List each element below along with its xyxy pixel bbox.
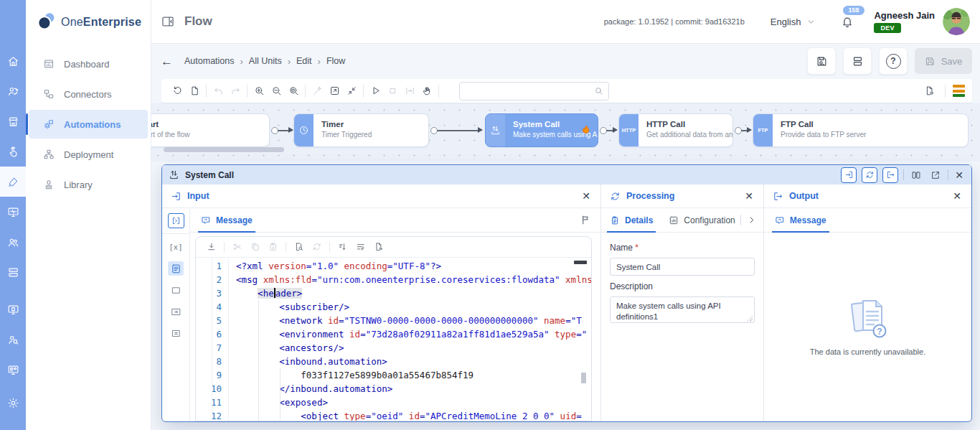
- tab-message-input[interactable]: Message: [199, 208, 254, 232]
- sidebar-item-connectors[interactable]: Connectors: [29, 80, 148, 108]
- code-line[interactable]: 9 f033f1127e5899b0a01a55467b854f19: [196, 368, 591, 382]
- sidebar-item-automations[interactable]: Automations: [29, 110, 148, 139]
- variables-view-icon[interactable]: [x]: [168, 240, 184, 254]
- rail-people-sync-icon[interactable]: [0, 76, 26, 106]
- breadcrumb-flow[interactable]: Flow: [326, 56, 345, 66]
- breadcrumb-edit[interactable]: Edit: [296, 56, 312, 66]
- restart-icon[interactable]: [169, 82, 186, 101]
- editor-scrollbar-thumb[interactable]: [581, 373, 586, 383]
- undo-icon[interactable]: [209, 82, 227, 101]
- payload-view-icon[interactable]: [168, 213, 184, 228]
- redo-icon[interactable]: [227, 82, 244, 101]
- layout-rows-button[interactable]: [843, 47, 872, 75]
- back-arrow-icon[interactable]: ←: [161, 55, 173, 67]
- paste-icon[interactable]: [264, 238, 282, 256]
- canvas-horizontal-scrollbar[interactable]: [164, 147, 284, 152]
- tab-configuration[interactable]: Configuration: [667, 208, 736, 232]
- toggle-output-button[interactable]: [882, 167, 898, 183]
- rail-brush-icon[interactable]: [0, 167, 26, 197]
- breadcrumb-automations[interactable]: Automations: [184, 56, 234, 66]
- code-line[interactable]: 1<?xml version="1.0" encoding="UTF-8"?>: [196, 259, 591, 273]
- save-as-button[interactable]: [807, 47, 836, 75]
- rail-monitor-pulse-icon[interactable]: [0, 197, 26, 227]
- sort-icon[interactable]: [334, 238, 352, 256]
- play-icon[interactable]: [367, 82, 384, 101]
- rail-monitor-grid-icon[interactable]: [0, 355, 26, 385]
- cut-icon[interactable]: [228, 238, 246, 256]
- close-panel-icon[interactable]: ✕: [953, 170, 965, 180]
- sidebar-item-library[interactable]: Library: [29, 170, 148, 199]
- hand-pan-icon[interactable]: [418, 82, 435, 101]
- sidebar-item-deployment[interactable]: Deployment: [29, 140, 148, 169]
- help-button[interactable]: ?: [879, 47, 908, 75]
- validate-file-icon[interactable]: [369, 238, 387, 256]
- rail-gear-icon[interactable]: [0, 388, 26, 418]
- flow-node-http[interactable]: HTTP HTTP Call Get additional data from …: [618, 113, 733, 147]
- notifications-button[interactable]: 158: [841, 15, 854, 28]
- rail-users-icon[interactable]: [0, 227, 26, 257]
- code-line[interactable]: 12 <object type="oeid" id="APCreditMemoL…: [196, 409, 591, 421]
- toggle-input-button[interactable]: [841, 167, 857, 183]
- flow-canvas[interactable]: Start Start of the flow Timer Timer Trig…: [151, 103, 980, 162]
- reference-view-icon[interactable]: [168, 304, 184, 319]
- zoom-in-icon[interactable]: [250, 82, 268, 101]
- close-output-icon[interactable]: ✕: [951, 191, 963, 201]
- collapse-arrows-icon[interactable]: [343, 82, 360, 101]
- close-input-icon[interactable]: ✕: [580, 191, 592, 201]
- collapse-panel-icon[interactable]: [161, 14, 175, 29]
- document-view-icon[interactable]: [168, 261, 184, 276]
- legend-bars-icon[interactable]: [953, 85, 965, 97]
- panel-header[interactable]: System Call ✕: [162, 165, 971, 184]
- code-line[interactable]: 8 <inbound.automation>: [196, 355, 591, 368]
- rail-monitor-doc-icon[interactable]: [0, 294, 26, 324]
- rail-home-icon[interactable]: [0, 46, 26, 76]
- rail-store-icon[interactable]: [0, 106, 26, 136]
- toggle-processing-button[interactable]: [862, 167, 877, 183]
- frame-view-icon[interactable]: [168, 283, 184, 297]
- search-input[interactable]: [465, 85, 594, 97]
- code-line[interactable]: 4 <subscriber/>: [196, 300, 591, 314]
- properties-view-icon[interactable]: [168, 326, 184, 340]
- split-columns-button[interactable]: [909, 168, 923, 182]
- code-line[interactable]: 6 <environment id="73d28a0f02911a82a1ff8…: [196, 327, 591, 341]
- code-line[interactable]: 7 <ancestors/>: [196, 341, 591, 355]
- zoom-reset-icon[interactable]: [285, 82, 302, 101]
- save-button[interactable]: Save: [915, 48, 972, 74]
- close-processing-icon[interactable]: ✕: [743, 191, 755, 201]
- code-line[interactable]: 3 <header>: [196, 286, 591, 300]
- refresh-icon[interactable]: [308, 238, 326, 256]
- rail-server-icon[interactable]: [0, 257, 26, 287]
- rail-touch-icon[interactable]: [0, 136, 26, 167]
- find-replace-icon[interactable]: [290, 238, 308, 256]
- name-field[interactable]: [610, 258, 755, 276]
- wand-icon[interactable]: [308, 82, 326, 101]
- tab-message-output[interactable]: Message: [773, 208, 828, 232]
- flow-node-ftp[interactable]: FTP FTP Call Provide data to FTP server: [753, 113, 969, 147]
- download-icon[interactable]: [202, 238, 220, 256]
- sidebar-item-dashboard[interactable]: Dashboard: [29, 50, 148, 78]
- fit-view-icon[interactable]: [326, 82, 343, 101]
- code-lines[interactable]: 1<?xml version="1.0" encoding="UTF-8"?>2…: [196, 258, 591, 421]
- code-line[interactable]: 2<msg xmlns:fld="urn:com.oneenterprise.c…: [196, 273, 591, 286]
- flow-node-system-call[interactable]: System Call Make system calls using API …: [485, 113, 598, 147]
- zoom-out-icon[interactable]: [268, 82, 285, 101]
- flag-icon[interactable]: [580, 215, 591, 225]
- report-icon[interactable]: [920, 82, 938, 101]
- breadcrumb-all-units[interactable]: All Units: [249, 56, 282, 66]
- flow-node-timer[interactable]: Timer Timer Triggered: [293, 113, 429, 147]
- next-tabs-chevron-icon[interactable]: [747, 215, 756, 225]
- description-field[interactable]: Make system calls using API definitions1: [610, 296, 755, 323]
- avatar[interactable]: [943, 8, 970, 35]
- word-wrap-icon[interactable]: [352, 238, 369, 256]
- code-line[interactable]: 11 <exposed>: [196, 396, 591, 409]
- stop-icon[interactable]: [384, 82, 401, 101]
- file-icon[interactable]: [186, 82, 203, 101]
- open-external-button[interactable]: [928, 168, 943, 182]
- rail-person-search-icon[interactable]: [0, 324, 26, 355]
- code-line[interactable]: 10 </inbound.automation>: [196, 382, 591, 396]
- code-line[interactable]: 5 <network id="TSTNW0-0000-0000-0000-000…: [196, 314, 591, 327]
- copy-icon[interactable]: [246, 238, 264, 256]
- step-icon[interactable]: [401, 82, 418, 101]
- tab-details[interactable]: Details: [608, 208, 654, 232]
- flow-node-start[interactable]: Start Start of the flow: [151, 113, 270, 147]
